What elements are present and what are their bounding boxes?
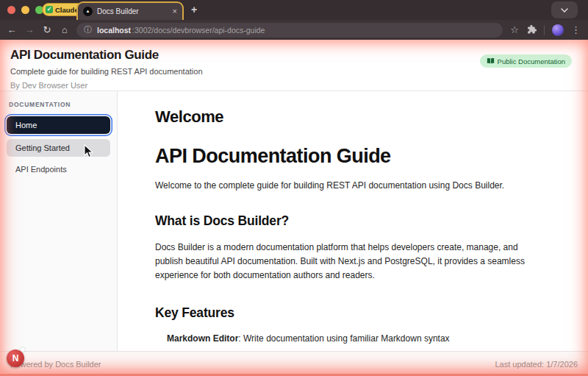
bookmark-star-icon[interactable]: ☆ bbox=[510, 24, 519, 35]
pinned-tab-label: Claude bbox=[55, 6, 79, 14]
url-path: :3002/docs/devbrowser/api-docs-guide bbox=[132, 26, 265, 35]
green-checkmark-icon: ✓ bbox=[46, 6, 53, 13]
sidebar-item-getting-started[interactable]: Getting Started bbox=[7, 139, 110, 157]
tab-title: Docs Builder bbox=[97, 7, 168, 15]
page-body: DOCUMENTATION Home Getting Started API E… bbox=[0, 91, 588, 351]
browser-tab-strip: ✓ Claude ▲ Docs Builder × + bbox=[0, 0, 588, 20]
list-item: Markdown Editor: Write documentation usi… bbox=[167, 333, 559, 344]
toolbar-right-icons: ☆ ⋮ bbox=[510, 24, 588, 36]
book-icon bbox=[487, 57, 495, 65]
chevron-down-icon bbox=[561, 8, 568, 13]
feature-list: Markdown Editor: Write documentation usi… bbox=[155, 333, 559, 351]
what-is-heading: What is Docs Builder? bbox=[155, 213, 559, 229]
address-bar[interactable]: ⓘ localhost :3002/docs/devbrowser/api-do… bbox=[76, 23, 503, 38]
reload-button[interactable]: ↻ bbox=[38, 24, 56, 35]
mouse-cursor bbox=[84, 144, 93, 158]
sidebar-section-label: DOCUMENTATION bbox=[9, 101, 110, 108]
what-is-paragraph: Docs Builder is a modern documentation p… bbox=[155, 241, 559, 283]
close-window-button[interactable] bbox=[7, 6, 15, 14]
intro-paragraph: Welcome to the complete guide for buildi… bbox=[155, 180, 559, 191]
page-viewport: API Documentation Guide Complete guide f… bbox=[0, 40, 588, 376]
forward-button[interactable]: → bbox=[21, 24, 38, 35]
badge-label: Public Documentation bbox=[498, 57, 565, 65]
public-documentation-badge: Public Documentation bbox=[480, 54, 572, 68]
footer-last-updated: Last updated: 1/7/2026 bbox=[495, 360, 578, 369]
sidebar-item-home[interactable]: Home bbox=[7, 116, 110, 134]
menu-kebab-icon[interactable]: ⋮ bbox=[571, 24, 581, 35]
extensions-puzzle-icon[interactable] bbox=[526, 25, 537, 35]
sidebar-item-api-endpoints[interactable]: API Endpoints bbox=[7, 160, 110, 178]
url-host: localhost bbox=[97, 26, 131, 35]
play-triangle-favicon: ▲ bbox=[83, 7, 93, 16]
page-footer: Powered by Docs Builder Last updated: 1/… bbox=[0, 351, 588, 376]
welcome-heading: Welcome bbox=[155, 107, 559, 127]
tab-search-chevron-button[interactable] bbox=[551, 1, 578, 18]
back-button[interactable]: ← bbox=[3, 24, 21, 35]
sidebar: DOCUMENTATION Home Getting Started API E… bbox=[0, 91, 118, 351]
feature-label: Markdown Editor bbox=[167, 333, 238, 344]
screenshot-stage: ✓ Claude ▲ Docs Builder × + ← → ↻ ⌂ ⓘ lo… bbox=[0, 0, 588, 376]
feature-text: : Write documentation using familiar Mar… bbox=[238, 333, 449, 344]
site-info-icon[interactable]: ⓘ bbox=[84, 24, 92, 35]
toolbar-divider bbox=[544, 25, 545, 35]
notification-dot bbox=[21, 347, 25, 352]
tab-docs-builder[interactable]: ▲ Docs Builder × bbox=[76, 1, 184, 20]
page-byline: By Dev Browser User bbox=[10, 81, 578, 90]
window-controls bbox=[7, 6, 43, 14]
close-tab-icon[interactable]: × bbox=[173, 7, 177, 15]
notification-bubble[interactable]: N bbox=[7, 350, 24, 367]
browser-toolbar: ← → ↻ ⌂ ⓘ localhost :3002/docs/devbrowse… bbox=[0, 20, 588, 40]
key-features-heading: Key Features bbox=[155, 305, 559, 321]
new-tab-button[interactable]: + bbox=[191, 4, 197, 15]
doc-header: API Documentation Guide Complete guide f… bbox=[0, 40, 588, 91]
profile-avatar[interactable] bbox=[552, 24, 564, 36]
page-subtitle: Complete guide for building REST API doc… bbox=[10, 67, 578, 76]
home-button[interactable]: ⌂ bbox=[56, 24, 74, 35]
main-content: Welcome API Documentation Guide Welcome … bbox=[118, 91, 588, 351]
minimize-window-button[interactable] bbox=[21, 6, 29, 14]
doc-title-heading: API Documentation Guide bbox=[155, 145, 559, 168]
